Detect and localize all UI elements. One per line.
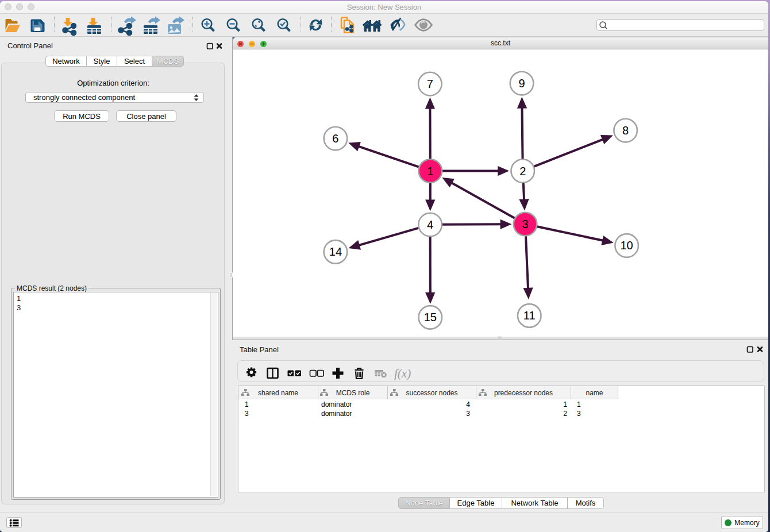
svg-text:3: 3 — [522, 218, 528, 230]
svg-text:8: 8 — [622, 124, 629, 137]
svg-text:4: 4 — [427, 218, 433, 231]
svg-text:15: 15 — [424, 311, 437, 323]
svg-text:7: 7 — [427, 78, 433, 90]
svg-text:2: 2 — [519, 165, 526, 178]
svg-text:1: 1 — [427, 165, 433, 178]
svg-text:14: 14 — [329, 245, 342, 258]
svg-text:6: 6 — [332, 132, 338, 145]
svg-text:10: 10 — [621, 239, 633, 252]
svg-text:f(x): f(x) — [394, 367, 411, 380]
svg-text:9: 9 — [518, 77, 525, 90]
svg-text:11: 11 — [523, 309, 536, 322]
